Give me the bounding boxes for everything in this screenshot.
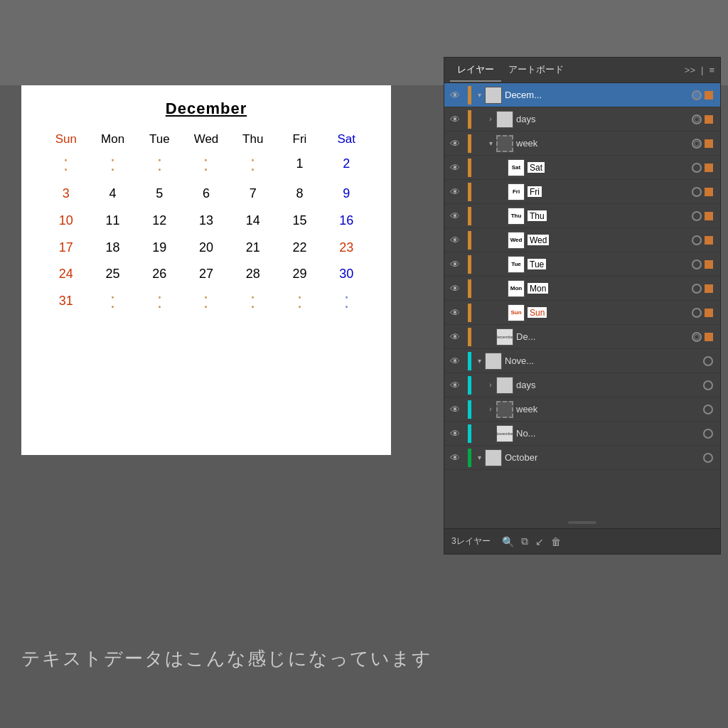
layer-target-no-label[interactable] bbox=[703, 429, 713, 439]
cell-w4-mon: 18 bbox=[90, 236, 136, 260]
expand-arrow-october[interactable]: ▾ bbox=[473, 454, 485, 461]
layer-row-sat[interactable]: 👁 Sat Sat bbox=[444, 156, 720, 180]
layer-name-december: Decem... bbox=[505, 90, 692, 100]
tab-layers[interactable]: レイヤー bbox=[450, 59, 501, 82]
duplicate-icon[interactable]: ⧉ bbox=[521, 535, 528, 547]
layer-row-october[interactable]: 👁 ▾ October bbox=[444, 446, 720, 470]
expand-arrow-week-dec[interactable]: ▾ bbox=[485, 139, 496, 147]
layer-target-mon[interactable] bbox=[692, 284, 702, 294]
layer-target-sat[interactable] bbox=[692, 163, 702, 173]
cell-w1-fri: 1 bbox=[277, 152, 323, 179]
visibility-icon-wed[interactable]: 👁 bbox=[444, 235, 466, 246]
layer-target-tue[interactable] bbox=[692, 259, 702, 269]
visibility-icon-thu[interactable]: 👁 bbox=[444, 210, 466, 222]
layer-target-november[interactable] bbox=[703, 356, 713, 366]
visibility-icon-sat[interactable]: 👁 bbox=[444, 162, 466, 173]
layer-square-wed bbox=[705, 236, 713, 245]
layers-body: 👁 ▾ Decem... 👁 › days bbox=[444, 83, 720, 528]
cell-w4-fri: 22 bbox=[277, 236, 323, 260]
search-icon[interactable]: 🔍 bbox=[502, 536, 514, 547]
layer-target-week-nov[interactable] bbox=[703, 405, 713, 414]
thumb-thu: Thu bbox=[508, 208, 525, 225]
cell-w2-fri: 8 bbox=[277, 182, 323, 206]
layer-row-december[interactable]: 👁 ▾ Decem... bbox=[444, 83, 720, 107]
layer-row-week-dec[interactable]: 👁 ▾ week bbox=[444, 132, 720, 156]
visibility-icon-de-label[interactable]: 👁 bbox=[444, 331, 466, 343]
visibility-icon-days-nov[interactable]: 👁 bbox=[444, 380, 466, 391]
layer-row-days-nov[interactable]: 👁 › days bbox=[444, 373, 720, 397]
layer-name-mon: Mon bbox=[528, 283, 692, 294]
layer-target-october[interactable] bbox=[703, 453, 713, 463]
cell-w2-sun: 3 bbox=[43, 182, 90, 206]
layer-row-november[interactable]: 👁 ▾ Nove... bbox=[444, 349, 720, 373]
color-bar-november bbox=[468, 352, 471, 370]
visibility-icon-sun[interactable]: 👁 bbox=[444, 307, 466, 318]
layer-row-mon[interactable]: 👁 Mon Mon bbox=[444, 277, 720, 301]
expand-arrow-week-nov[interactable]: › bbox=[485, 405, 496, 413]
expand-arrow-days-nov[interactable]: › bbox=[485, 381, 496, 389]
layer-row-week-nov[interactable]: 👁 › week bbox=[444, 397, 720, 422]
layer-row-wed[interactable]: 👁 Wed Wed bbox=[444, 228, 720, 252]
expand-arrow-november[interactable]: ▾ bbox=[473, 357, 485, 365]
layer-target-days-nov[interactable] bbox=[703, 380, 713, 390]
layer-target-de-label[interactable] bbox=[692, 332, 702, 342]
visibility-icon-week-dec[interactable]: 👁 bbox=[444, 138, 466, 149]
layer-row-no-label[interactable]: 👁 November No... bbox=[444, 422, 720, 446]
layer-name-days-dec: days bbox=[516, 114, 692, 124]
cell-w1-mon: ⁚ bbox=[90, 152, 136, 179]
layer-name-fri: Fri bbox=[528, 186, 692, 197]
layer-row-thu[interactable]: 👁 Thu Thu bbox=[444, 204, 720, 228]
layer-name-week-nov: week bbox=[516, 404, 703, 414]
delete-icon[interactable]: 🗑 bbox=[551, 536, 561, 547]
cell-w2-wed: 6 bbox=[183, 182, 230, 206]
layer-target-december[interactable] bbox=[692, 90, 702, 100]
menu-icon[interactable]: ≡ bbox=[709, 65, 714, 75]
thumb-sat: Sat bbox=[508, 159, 525, 176]
layer-target-thu[interactable] bbox=[692, 211, 702, 221]
visibility-icon-october[interactable]: 👁 bbox=[444, 452, 466, 464]
layer-row-sun[interactable]: 👁 Sun Sun bbox=[444, 301, 720, 325]
visibility-icon-december[interactable]: 👁 bbox=[444, 90, 466, 101]
layer-row-fri[interactable]: 👁 Fri Fri bbox=[444, 180, 720, 204]
layer-target-week-dec[interactable] bbox=[692, 139, 702, 149]
cell-w6-fri: ⁚ bbox=[277, 289, 323, 316]
expand-arrow-december[interactable]: ▾ bbox=[473, 91, 485, 99]
color-bar-de-label bbox=[468, 328, 471, 346]
thumb-tue: Tue bbox=[508, 256, 525, 273]
layer-row-de-label[interactable]: 👁 December De... bbox=[444, 325, 720, 349]
cell-w2-tue: 5 bbox=[136, 182, 183, 206]
color-bar-week-dec bbox=[468, 134, 471, 153]
calendar-grid: Sun Mon Tue Wed Thu Fri Sat ⁚ ⁚ ⁚ ⁚ ⁚ 1 … bbox=[43, 129, 370, 316]
thumb-sun: Sun bbox=[508, 304, 525, 321]
layer-count-label: 3レイヤー bbox=[451, 535, 491, 547]
visibility-icon-november[interactable]: 👁 bbox=[444, 355, 466, 367]
layer-target-fri[interactable] bbox=[692, 187, 702, 197]
color-bar-days-dec bbox=[468, 110, 471, 129]
thumb-de-label: December bbox=[496, 328, 513, 346]
tab-artboard[interactable]: アートボード bbox=[501, 59, 571, 82]
layer-target-sun[interactable] bbox=[692, 308, 702, 318]
expand-arrow-days-dec[interactable]: › bbox=[485, 115, 496, 123]
cell-w2-sat: 9 bbox=[323, 182, 370, 206]
layer-target-wed[interactable] bbox=[692, 235, 702, 245]
cell-w4-tue: 19 bbox=[136, 236, 183, 260]
visibility-icon-days-dec[interactable]: 👁 bbox=[444, 114, 466, 125]
cell-w4-thu: 21 bbox=[230, 236, 277, 260]
cell-w1-tue: ⁚ bbox=[136, 152, 183, 179]
header-sat: Sat bbox=[323, 129, 370, 149]
visibility-icon-week-nov[interactable]: 👁 bbox=[444, 404, 466, 415]
layer-row-tue[interactable]: 👁 Tue Tue bbox=[444, 252, 720, 277]
visibility-icon-mon[interactable]: 👁 bbox=[444, 283, 466, 294]
visibility-icon-fri[interactable]: 👁 bbox=[444, 186, 466, 198]
visibility-icon-no-label[interactable]: 👁 bbox=[444, 428, 466, 439]
layer-name-wed: Wed bbox=[528, 235, 692, 245]
cell-w3-wed: 13 bbox=[183, 209, 230, 233]
move-icon[interactable]: ↙ bbox=[535, 536, 544, 547]
layer-square-de-label bbox=[705, 333, 713, 341]
cell-w5-sat: 30 bbox=[323, 262, 370, 287]
layer-row-days-dec[interactable]: 👁 › days bbox=[444, 107, 720, 132]
chevron-right-icon[interactable]: >> bbox=[685, 65, 695, 75]
visibility-icon-tue[interactable]: 👁 bbox=[444, 259, 466, 270]
cell-w6-mon: ⁚ bbox=[90, 289, 136, 316]
color-bar-sun bbox=[468, 304, 471, 322]
